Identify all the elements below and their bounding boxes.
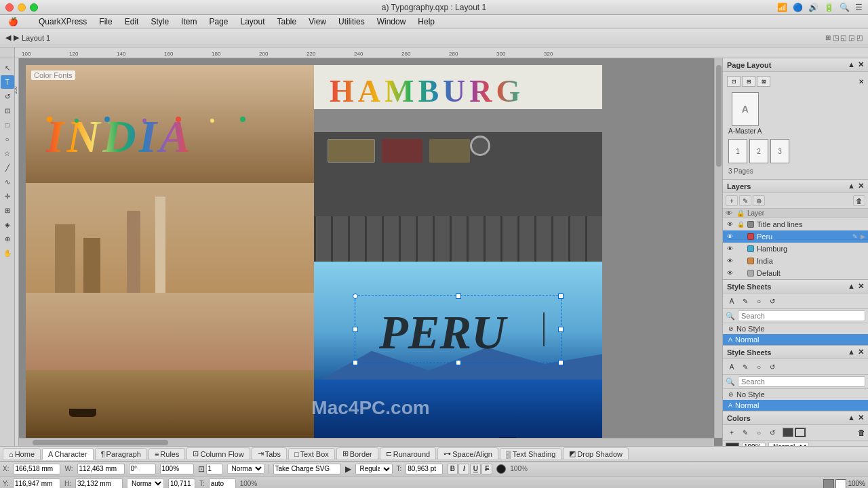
menu-table[interactable]: Table xyxy=(271,16,302,27)
tab-home[interactable]: ⌂ Home xyxy=(3,448,41,460)
rect-tool[interactable]: □ xyxy=(1,118,14,131)
apple-menu[interactable]: 🍎 xyxy=(3,16,24,27)
ss-bottom-close[interactable]: ✕ xyxy=(858,348,864,357)
layer-lock-india[interactable] xyxy=(736,257,745,265)
ss-bottom-search-input[interactable] xyxy=(738,376,865,387)
menu-style[interactable]: Style xyxy=(145,16,174,27)
ss-new-btn[interactable]: A xyxy=(726,296,738,306)
ss-top-normal[interactable]: A Normal xyxy=(723,334,868,345)
app-name-menu[interactable]: QuarkXPress xyxy=(33,16,92,27)
w-input[interactable] xyxy=(77,464,125,474)
menu-utilities[interactable]: Utilities xyxy=(333,16,370,27)
ss-top-expand[interactable]: ▲ xyxy=(848,282,855,291)
pl-options[interactable]: ✕ xyxy=(859,78,864,85)
colors-expand[interactable]: ▲ xyxy=(848,413,855,422)
colors-close[interactable]: ✕ xyxy=(858,413,864,422)
layer-row-title[interactable]: 👁 🔒 Title and lines xyxy=(723,218,868,230)
tab-runaround[interactable]: ⊏ Runaround xyxy=(380,447,436,460)
handle-lm[interactable] xyxy=(353,327,358,332)
page-thumb-3[interactable]: 3 xyxy=(770,139,789,163)
swatch-dark[interactable] xyxy=(823,479,834,489)
zoom-tool[interactable]: ⊕ xyxy=(1,232,14,245)
handle-tl[interactable] xyxy=(353,293,358,299)
tab-drop-shadow[interactable]: ◩ Drop Shadow xyxy=(563,447,629,460)
star-tool[interactable]: ☆ xyxy=(1,146,14,160)
toolbar-forward-icon[interactable]: ▶ xyxy=(14,33,19,42)
search-icon[interactable]: 🔍 xyxy=(840,3,850,12)
bezier-tool[interactable]: ∿ xyxy=(1,175,14,188)
style-select[interactable]: Regular Bold Italic xyxy=(355,464,393,474)
hand-tool[interactable]: ✋ xyxy=(1,246,14,260)
ss-bottom-normal[interactable]: A Normal xyxy=(723,400,868,411)
color-refresh-btn[interactable]: ↺ xyxy=(766,427,778,438)
menu-help[interactable]: Help xyxy=(412,16,440,27)
menu-item[interactable]: Item xyxy=(176,16,202,27)
tab-text-box[interactable]: □ Text Box xyxy=(288,448,335,460)
oval-tool[interactable]: ○ xyxy=(1,132,14,146)
menu-icon[interactable]: ☰ xyxy=(855,3,863,12)
layer-lock-hamburg[interactable] xyxy=(736,245,745,253)
layer-row-india[interactable]: 👁 India xyxy=(723,255,868,267)
ss-top-no-style[interactable]: ⊘ No Style xyxy=(723,323,868,334)
menu-window[interactable]: Window xyxy=(372,16,412,27)
handle-tm[interactable] xyxy=(456,293,461,299)
menu-layout[interactable]: Layout xyxy=(235,16,270,27)
scale-input[interactable] xyxy=(160,464,194,474)
tab-rules[interactable]: ≡ Rules xyxy=(149,448,186,460)
layers-expand[interactable]: ▲ xyxy=(848,182,855,190)
cols-input[interactable] xyxy=(206,464,223,474)
line-tool[interactable]: ╱ xyxy=(1,161,14,174)
vertical-scrollbar[interactable] xyxy=(714,58,722,438)
tab-tabs[interactable]: ⇥ Tabs xyxy=(252,447,287,460)
text-tool[interactable]: T xyxy=(1,75,14,89)
ss2-new-btn[interactable]: A xyxy=(726,361,738,372)
ss2-del-btn[interactable]: ↺ xyxy=(766,361,778,372)
page-thumb-2[interactable]: 2 xyxy=(749,139,768,163)
ss2-dup-btn[interactable]: ○ xyxy=(753,361,765,372)
pl-icon-2[interactable]: ⊞ xyxy=(742,76,755,87)
size-input[interactable] xyxy=(406,464,443,474)
angle-input[interactable] xyxy=(129,464,156,474)
page-layout-expand[interactable]: ▲ xyxy=(848,60,855,69)
handle-bl[interactable] xyxy=(353,360,358,365)
handle-bm[interactable] xyxy=(456,360,461,365)
measure-tool[interactable]: ✛ xyxy=(1,189,14,203)
scroll-thumb-h[interactable] xyxy=(33,440,168,445)
kern-input[interactable] xyxy=(209,479,236,489)
color-mode-1[interactable]: Normal Multiply xyxy=(768,442,809,446)
font-input[interactable] xyxy=(273,464,341,474)
bold-btn[interactable]: B xyxy=(447,464,458,474)
paint-tool[interactable]: ◈ xyxy=(1,218,14,231)
color-pct-1[interactable] xyxy=(742,443,766,446)
close-button[interactable] xyxy=(5,3,14,12)
x-input[interactable] xyxy=(13,464,60,474)
text-color-swatch[interactable] xyxy=(496,464,506,474)
toolbar-back-icon[interactable]: ◀ xyxy=(5,33,11,42)
page-layout-close[interactable]: ✕ xyxy=(858,60,864,69)
tab-column-flow[interactable]: ⊡ Column Flow xyxy=(186,447,250,460)
ss-top-search-input[interactable] xyxy=(738,310,865,321)
tab-text-shading[interactable]: ▒ Text Shading xyxy=(500,448,561,460)
normal-select-2[interactable]: Normal xyxy=(127,479,164,488)
layer-edit-peru[interactable]: ✎ xyxy=(852,233,858,240)
add-color-btn[interactable]: + xyxy=(726,427,738,438)
peru-text-box[interactable]: PERU xyxy=(355,296,561,363)
horizontal-scrollbar[interactable] xyxy=(19,438,714,446)
pl-icon-1[interactable]: ⊡ xyxy=(727,76,741,87)
layer-row-hamburg[interactable]: 👁 Hamburg xyxy=(723,243,868,255)
underline-btn[interactable]: U xyxy=(470,464,481,474)
italic-btn[interactable]: I xyxy=(458,464,469,474)
edit-color-btn[interactable]: ✎ xyxy=(739,427,751,438)
handle-br[interactable] xyxy=(558,360,564,365)
ss-dup-btn[interactable]: ○ xyxy=(753,296,765,306)
layer-vis-hamburg[interactable]: 👁 xyxy=(726,245,734,253)
add-layer-btn[interactable]: + xyxy=(726,195,738,206)
ss-bottom-expand[interactable]: ▲ xyxy=(848,348,855,357)
menu-edit[interactable]: Edit xyxy=(119,16,144,27)
layer-vis-title[interactable]: 👁 xyxy=(726,220,734,228)
handle-rm[interactable] xyxy=(558,327,564,332)
pointer-tool[interactable]: ↖ xyxy=(1,61,14,75)
layer-lock-title[interactable]: 🔒 xyxy=(736,220,745,228)
color-circle-btn[interactable]: ○ xyxy=(753,427,765,438)
layer-vis-peru[interactable]: 👁 xyxy=(726,232,734,241)
